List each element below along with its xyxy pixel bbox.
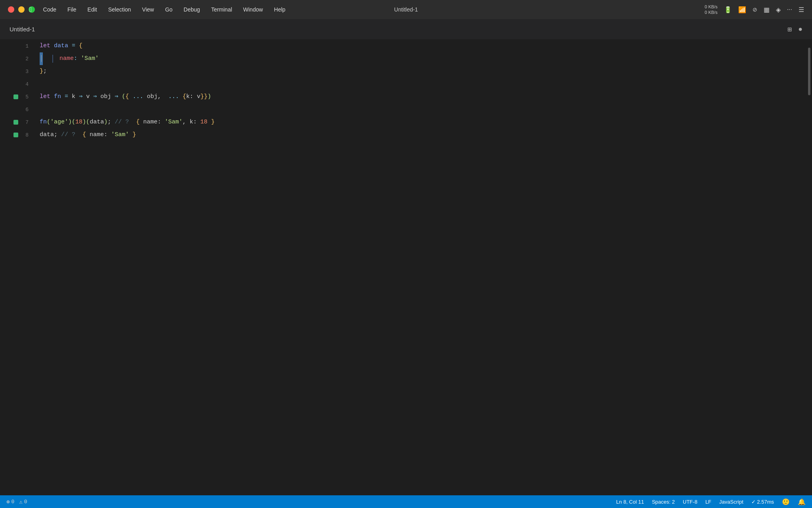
code-line-2: │ name: 'Sam' — [32, 52, 806, 65]
menu-item-window[interactable]: Window — [237, 0, 268, 19]
gutter-row-4: 4 — [0, 78, 32, 90]
apple-menu-item[interactable]:  — [24, 0, 38, 19]
close-button[interactable] — [8, 6, 14, 13]
scrollbar[interactable] — [806, 40, 812, 495]
menu-item-debug[interactable]: Debug — [178, 0, 205, 19]
code-line-6 — [32, 103, 806, 116]
line-number-7: 7 — [21, 119, 29, 125]
notification-icon[interactable]: 🔔 — [798, 498, 806, 506]
gutter-row-8: 8 — [0, 129, 32, 141]
line-ending-info[interactable]: LF — [705, 499, 711, 505]
scrollbar-thumb[interactable] — [808, 48, 810, 95]
gutter-row-3: 3 — [0, 65, 32, 78]
code-editor[interactable]: let data = { │ name: 'Sam' }; let fn = k… — [32, 40, 806, 495]
line-number-6: 6 — [21, 107, 29, 113]
debug-dot-2 — [13, 56, 18, 61]
warning-number: 0 — [24, 499, 27, 505]
cast-icon: ▦ — [764, 6, 770, 13]
menu-item-terminal[interactable]: Terminal — [205, 0, 237, 19]
editor-tab[interactable]: Untitled-1 — [10, 26, 35, 33]
slash-icon: ⊘ — [753, 6, 757, 13]
error-number: 0 — [11, 499, 14, 505]
line-number-4: 4 — [21, 81, 29, 87]
user-icon: ◈ — [776, 6, 781, 13]
code-line-3: }; — [32, 65, 806, 78]
debug-dot-6 — [13, 107, 18, 112]
circle-icon[interactable]: ● — [798, 25, 802, 33]
list-icon: ☰ — [799, 6, 804, 13]
code-line-4 — [32, 78, 806, 90]
menu-bar:  Code File Edit Selection View Go Debug… — [24, 0, 291, 19]
window-title: Untitled-1 — [394, 6, 418, 13]
menu-item-view[interactable]: View — [136, 0, 159, 19]
warning-count[interactable]: ⚠ 0 — [19, 498, 27, 505]
language-info[interactable]: JavaScript — [719, 499, 743, 505]
debug-dot-8 — [13, 133, 18, 137]
menu-item-selection[interactable]: Selection — [103, 0, 137, 19]
menu-item-code[interactable]: Code — [38, 0, 62, 19]
code-line-1: let data = { — [32, 40, 806, 52]
menu-item-go[interactable]: Go — [159, 0, 178, 19]
cursor-position[interactable]: Ln 8, Col 11 — [616, 499, 644, 505]
code-line-7: fn('age')(18)(data); // ? { name: 'Sam',… — [32, 116, 806, 129]
status-bar: ⊗ 0 ⚠ 0 Ln 8, Col 11 Spaces: 2 UTF-8 LF … — [0, 495, 812, 508]
gutter-row-1: 1 — [0, 40, 32, 52]
editor-area: 1 2 3 4 5 6 7 8 — [0, 40, 812, 495]
debug-dot-4 — [13, 82, 18, 87]
split-editor-icon[interactable]: ⊞ — [787, 25, 792, 34]
menu-item-help[interactable]: Help — [268, 0, 291, 19]
title-bar:  Code File Edit Selection View Go Debug… — [0, 0, 812, 19]
debug-dot-1 — [13, 44, 18, 48]
title-bar-right: 0 KB/s 0 KB/s 🔋 📶 ⊘ ▦ ◈ ··· ☰ — [705, 4, 804, 15]
gutter-row-6: 6 — [0, 103, 32, 116]
code-line-5: let fn = k ⇒ v ⇒ obj ⇒ ({ ... obj, ... {… — [32, 90, 806, 103]
timing-info[interactable]: ✓ 2.57ms — [751, 499, 774, 505]
debug-dot-3 — [13, 69, 18, 74]
encoding-info[interactable]: UTF-8 — [683, 499, 697, 505]
menu-item-file[interactable]: File — [62, 0, 82, 19]
feedback-icon[interactable]: 🙂 — [782, 498, 790, 506]
line-number-3: 3 — [21, 69, 29, 75]
status-bar-right: Ln 8, Col 11 Spaces: 2 UTF-8 LF JavaScri… — [616, 498, 806, 506]
line-number-5: 5 — [21, 94, 29, 100]
line-number-1: 1 — [21, 43, 29, 49]
line-gutter: 1 2 3 4 5 6 7 8 — [0, 40, 32, 495]
line-number-8: 8 — [21, 132, 29, 138]
editor-header: Untitled-1 ⊞ ● — [0, 19, 812, 40]
battery-icon: 🔋 — [724, 6, 732, 13]
warning-icon: ⚠ — [19, 498, 22, 505]
gutter-row-5: 5 — [0, 90, 32, 103]
debug-dot-5 — [13, 94, 18, 99]
net-speed: 0 KB/s 0 KB/s — [705, 4, 717, 15]
menu-item-edit[interactable]: Edit — [82, 0, 103, 19]
gutter-row-2: 2 — [0, 52, 32, 65]
debug-dot-7 — [13, 120, 18, 125]
indent-info[interactable]: Spaces: 2 — [652, 499, 675, 505]
status-bar-left: ⊗ 0 ⚠ 0 — [6, 498, 27, 505]
error-icon: ⊗ — [6, 498, 10, 505]
editor-header-icons: ⊞ ● — [787, 25, 802, 34]
code-line-8: data; // ? { name: 'Sam' } — [32, 129, 806, 141]
wifi-icon: 📶 — [738, 6, 746, 13]
line-number-2: 2 — [21, 56, 29, 62]
error-count[interactable]: ⊗ 0 — [6, 498, 14, 505]
gutter-row-7: 7 — [0, 116, 32, 129]
more-icon: ··· — [787, 6, 792, 13]
